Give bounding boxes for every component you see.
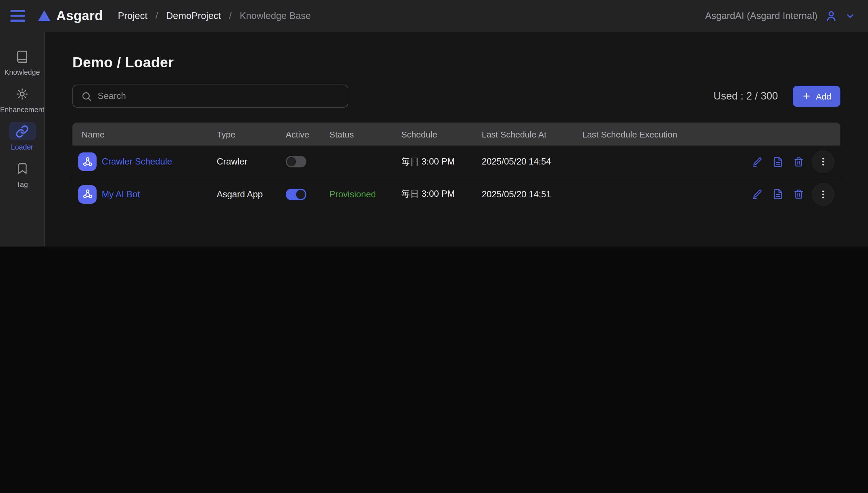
toggle-knob [287,157,296,166]
toggle-knob [296,190,305,199]
sidebar-item-label: Enhancement [0,106,44,114]
user-icon[interactable] [824,9,838,23]
last-schedule-at: 2025/05/20 14:51 [473,189,573,199]
sidebar-item-label: Knowledge [4,68,40,77]
active-toggle-off[interactable] [286,156,306,167]
chevron-down-icon[interactable] [845,10,855,21]
trash-icon[interactable] [793,189,804,200]
brand-title: Asgard [56,8,103,24]
status-text: Provisioned [320,189,392,199]
breadcrumb-project[interactable]: Project [118,10,147,21]
document-icon[interactable] [773,189,783,200]
search-box [72,85,348,108]
add-button-label: Add [816,91,831,101]
active-toggle-on[interactable] [286,188,306,200]
kebab-menu-icon[interactable] [812,150,835,173]
account-area: AsgardAI (Asgard Internal) [705,9,855,23]
brightness-icon [8,85,36,103]
schedule-text: 毎日 3:00 PM [392,156,473,168]
sidebar-item-tag[interactable]: Tag [0,159,44,189]
last-schedule-at: 2025/05/20 14:54 [473,156,573,167]
search-input[interactable] [98,91,340,101]
column-header-type: Type [207,129,276,139]
column-header-active: Active [276,129,320,139]
edit-icon[interactable] [752,189,763,200]
bookmark-icon [8,159,36,178]
kebab-menu-icon[interactable] [812,183,835,206]
hamburger-menu-icon[interactable] [10,10,25,22]
loader-table: Name Type Active Status Schedule Last Sc… [72,123,840,210]
table-header: Name Type Active Status Schedule Last Sc… [72,123,840,146]
main-content: Demo / Loader Used : 2 / 300 [45,32,868,246]
page-title: Demo / Loader [72,54,840,71]
loader-type: Asgard App [207,189,276,199]
sidebar-item-label: Tag [16,180,28,189]
sidebar-item-knowledge[interactable]: Knowledge [0,47,44,77]
trash-icon[interactable] [793,156,804,167]
breadcrumb: Project / DemoProject / Knowledge Base [118,10,311,21]
top-bar: Asgard Project / DemoProject / Knowledge… [0,0,868,32]
account-label: AsgardAI (Asgard Internal) [705,10,817,21]
table-row: Crawler Schedule Crawler 毎日 3:00 PM 2025… [72,146,840,178]
column-header-name: Name [72,129,207,139]
loader-name-link[interactable]: Crawler Schedule [102,156,172,167]
column-header-schedule: Schedule [392,129,473,139]
link-icon [8,122,36,141]
search-icon [81,91,92,102]
breadcrumb-demo-project[interactable]: DemoProject [166,10,221,21]
schedule-text: 毎日 3:00 PM [392,188,473,200]
column-header-last-schedule-at: Last Schedule At [473,129,573,139]
table-row: My AI Bot Asgard App Provisioned 毎日 3:00… [72,178,840,210]
sidebar-item-enhancement[interactable]: Enhancement [0,85,44,114]
add-button[interactable]: Add [793,85,840,107]
breadcrumb-knowledge-base[interactable]: Knowledge Base [240,10,311,21]
app-viewport: Asgard Project / DemoProject / Knowledge… [0,0,868,246]
plus-icon [802,91,812,101]
sidebar-item-label: Loader [11,143,33,151]
document-icon[interactable] [773,156,783,167]
asgard-logo-icon [38,10,51,21]
breadcrumb-separator: / [156,10,158,21]
app-window: Asgard Project / DemoProject / Knowledge… [0,0,868,246]
controls-row: Used : 2 / 300 Add [72,85,840,108]
loader-chip-icon [78,152,96,171]
book-icon [8,47,36,66]
breadcrumb-separator: / [229,10,232,21]
sidebar: Knowledge Enhancement [0,32,45,246]
column-header-last-schedule-execution: Last Schedule Execution [573,129,743,139]
edit-icon[interactable] [752,156,763,167]
loader-name-link[interactable]: My AI Bot [102,189,140,199]
loader-chip-icon [78,185,96,203]
sidebar-item-loader[interactable]: Loader [0,122,44,151]
column-header-status: Status [320,129,392,139]
loader-type: Crawler [207,156,276,167]
usage-counter: Used : 2 / 300 [713,90,778,102]
